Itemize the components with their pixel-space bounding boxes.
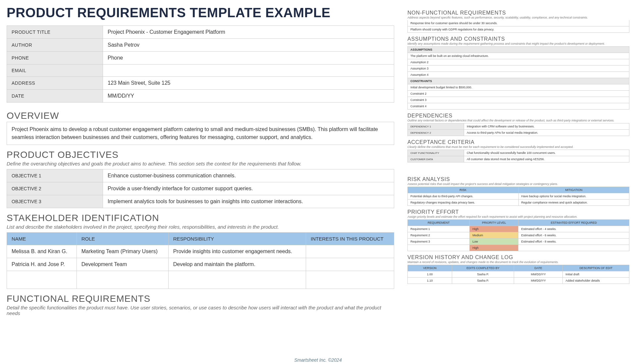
col-role: ROLE bbox=[77, 233, 168, 245]
label-date: DATE bbox=[7, 90, 103, 103]
assumption-item: Assumption 3 bbox=[408, 66, 629, 72]
priority-table: REQUIREMENT PRIORITY LEVEL ESTIMATED EFF… bbox=[407, 219, 629, 251]
version-table: VERSION EDITS COMPLETED BY DATE DESCRIPT… bbox=[407, 265, 629, 284]
constraint-item: Initial development budget limited to $5… bbox=[408, 84, 629, 91]
dep-label: DEPENDENCY 1 bbox=[408, 123, 464, 130]
col-edits-by: EDITS COMPLETED BY bbox=[452, 265, 514, 271]
value-address: 123 Main Street, Suite 125 bbox=[103, 77, 394, 90]
priority-heading: PRIORITY EFFORT bbox=[407, 209, 629, 215]
assumption-item: Assumption 4 bbox=[408, 72, 629, 78]
col-name: NAME bbox=[7, 233, 77, 245]
assumptions-table: ASSUMPTIONS The platform will be built o… bbox=[407, 46, 629, 110]
label-address: ADDRESS bbox=[7, 77, 103, 90]
label-phone: PHONE bbox=[7, 52, 103, 65]
nf-item: Response time for customer queries shoul… bbox=[407, 20, 629, 26]
overview-text: Project Phoenix aims to develop a robust… bbox=[7, 122, 394, 145]
col-priority-level: PRIORITY LEVEL bbox=[470, 220, 518, 226]
assumptions-heading: ASSUMPTIONS AND CONSTRAINTS bbox=[407, 36, 629, 42]
page-title: PRODUCT REQUIREMENTS TEMPLATE EXAMPLE bbox=[7, 5, 394, 20]
functional-desc: Detail the specific functionalities the … bbox=[7, 305, 394, 316]
assumptions-label: ASSUMPTIONS bbox=[408, 47, 629, 53]
risk-heading: RISK ANALYSIS bbox=[407, 176, 629, 182]
col-risk: RISK bbox=[408, 187, 519, 193]
col-date: DATE bbox=[514, 265, 563, 271]
nonfunctional-heading: NON-FUNCTIONAL REQUIREMENTS bbox=[407, 10, 629, 16]
version-heading: VERSION HISTORY AND CHANGE LOG bbox=[407, 254, 629, 260]
label-product-title: PRODUCT TITLE bbox=[7, 26, 103, 39]
acceptance-heading: ACCEPTANCE CRITERIA bbox=[407, 139, 629, 145]
value-product-title: Project Phoenix - Customer Engagement Pl… bbox=[103, 26, 394, 39]
table-row bbox=[7, 271, 394, 289]
col-interests: INTERESTS IN THIS PRODUCT bbox=[306, 233, 394, 245]
col-effort: ESTIMATED EFFORT REQUIRED bbox=[518, 220, 629, 226]
col-desc-edit: DESCRIPTION OF EDIT bbox=[563, 265, 629, 271]
objective-label: OBJECTIVE 1 bbox=[7, 169, 103, 182]
functional-heading: FUNCTIONAL REQUIREMENTS bbox=[7, 294, 394, 304]
assumption-item: Assumption 2 bbox=[408, 59, 629, 66]
objective-text: Provide a user-friendly interface for cu… bbox=[103, 182, 394, 195]
dependencies-heading: DEPENDENCIES bbox=[407, 113, 629, 119]
table-row: Regulatory changes impacting data privac… bbox=[408, 200, 629, 206]
version-desc: Maintain a record of revisions, updates,… bbox=[407, 260, 629, 264]
constraint-item: Constraint 3 bbox=[408, 97, 629, 103]
value-phone: Phone bbox=[103, 52, 394, 65]
stakeholders-desc: List and describe the stakeholders invol… bbox=[7, 224, 394, 230]
table-row: Melissa B. and Kiran G. Marketing Team (… bbox=[7, 245, 394, 258]
col-requirement: REQUIREMENT bbox=[408, 220, 470, 226]
footer-text: Smartsheet Inc. ©2024 bbox=[0, 357, 636, 363]
objective-label: OBJECTIVE 3 bbox=[7, 195, 103, 208]
label-author: AUTHOR bbox=[7, 39, 103, 52]
risk-table: RISKMITIGATION Potential delays due to t… bbox=[407, 187, 629, 206]
overview-heading: OVERVIEW bbox=[7, 111, 394, 121]
right-column: NON-FUNCTIONAL REQUIREMENTS Address aspe… bbox=[407, 5, 629, 319]
stakeholders-table: NAME ROLE RESPONSIBILITY INTERESTS IN TH… bbox=[7, 232, 394, 289]
table-row: 1.00Sasha P.MM/DD/YYInitial draft bbox=[408, 271, 629, 278]
dep-text: Integration with CRM software used by bu… bbox=[464, 123, 629, 130]
objective-text: Implement analytics tools for businesses… bbox=[103, 195, 394, 208]
table-row: 1.10Sasha P.MM/DD/YYAdded stakeholder de… bbox=[408, 278, 629, 284]
objective-label: OBJECTIVE 2 bbox=[7, 182, 103, 195]
label-email: EMAIL bbox=[7, 65, 103, 77]
dependencies-table: DEPENDENCY 1Integration with CRM softwar… bbox=[407, 123, 629, 136]
value-email bbox=[103, 65, 394, 77]
table-row: Requirement 2MediumEstimated effort - 6 … bbox=[408, 232, 629, 239]
col-mitigation: MITIGATION bbox=[518, 187, 629, 193]
value-author: Sasha Petrov bbox=[103, 39, 394, 52]
nonfunctional-desc: Address aspects beyond specific features… bbox=[407, 16, 629, 19]
left-column: PRODUCT REQUIREMENTS TEMPLATE EXAMPLE PR… bbox=[7, 5, 394, 319]
objectives-table: OBJECTIVE 1Enhance customer-business com… bbox=[7, 169, 394, 208]
value-date: MM/DD/YY bbox=[103, 90, 394, 103]
acceptance-desc: Clearly define the conditions that must … bbox=[407, 145, 629, 149]
table-row: Patricia H. and Jose P. Development Team… bbox=[7, 258, 394, 271]
assumption-item: The platform will be built on an existin… bbox=[408, 53, 629, 59]
ac-label: CHAT FUNCTIONALITY bbox=[408, 150, 464, 156]
col-version: VERSION bbox=[408, 265, 452, 271]
col-responsibility: RESPONSIBILITY bbox=[168, 233, 306, 245]
objectives-desc: Define the overarching objectives and go… bbox=[7, 161, 394, 166]
table-row: High bbox=[408, 245, 629, 251]
nf-item: Platform should comply with GDPR regulat… bbox=[407, 26, 629, 33]
info-table: PRODUCT TITLEProject Phoenix - Customer … bbox=[7, 25, 394, 103]
priority-desc: Assign priority levels and estimate the … bbox=[407, 215, 629, 218]
dep-label: DEPENDENCY 2 bbox=[408, 130, 464, 136]
ac-text: All customer data stored must be encrypt… bbox=[464, 156, 629, 162]
table-row: Requirement 1HighEstimated effort - 4 we… bbox=[408, 226, 629, 232]
objective-text: Enhance customer-business communication … bbox=[103, 169, 394, 182]
ac-label: CUSTOMER DATA bbox=[408, 156, 464, 162]
stakeholders-heading: STAKEHOLDER IDENTIFICATION bbox=[7, 213, 394, 223]
acceptance-table: CHAT FUNCTIONALITYChat functionality sho… bbox=[407, 150, 629, 162]
constraints-label: CONSTRAINTS bbox=[408, 78, 629, 84]
dep-text: Access to third-party APIs for social me… bbox=[464, 130, 629, 136]
ac-text: Chat functionality should successfully h… bbox=[464, 150, 629, 156]
objectives-heading: PRODUCT OBJECTIVES bbox=[7, 150, 394, 160]
risk-desc: Assess potential risks that could impact… bbox=[407, 182, 629, 186]
dependencies-desc: Outline any external factors or dependen… bbox=[407, 119, 629, 122]
constraint-item: Constraint 4 bbox=[408, 103, 629, 110]
table-row: Requirement 3LowEstimated effort - 8 wee… bbox=[408, 239, 629, 245]
table-row: Potential delays due to third-party API … bbox=[408, 193, 629, 200]
assumptions-desc: Identify any assumptions made during the… bbox=[407, 42, 629, 45]
constraint-item: Constraint 2 bbox=[408, 91, 629, 97]
